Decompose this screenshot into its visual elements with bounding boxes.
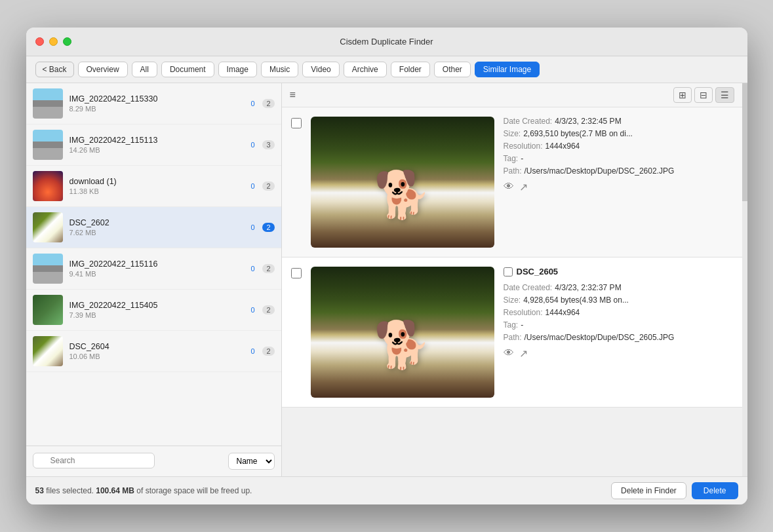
eye-icon-1[interactable]: 👁 xyxy=(504,181,514,193)
view-controls: ⊞ ⊟ ☰ xyxy=(673,87,734,103)
thumbnail xyxy=(33,254,63,284)
scrollbar[interactable] xyxy=(742,83,747,476)
grid-view-button[interactable]: ⊞ xyxy=(673,87,692,103)
badge-count: 2 xyxy=(262,99,274,108)
strip-view-button[interactable]: ⊟ xyxy=(694,87,713,103)
item-size: 10.06 MB xyxy=(69,352,245,360)
list-view-button[interactable]: ☰ xyxy=(715,87,734,103)
external-link-icon-1[interactable]: ↗ xyxy=(519,181,528,193)
badge-zero: 0 xyxy=(250,182,260,190)
thumbnail xyxy=(33,336,63,366)
meta-path-row: Path: /Users/mac/Desktop/Dupe/DSC_2602.J… xyxy=(504,166,733,176)
tag-label-2: Tag: xyxy=(504,320,519,330)
entry-actions-1: 👁 ↗ xyxy=(504,181,733,193)
delete-button[interactable]: Delete xyxy=(692,482,738,499)
badge-zero: 0 xyxy=(250,141,260,149)
filter-list-icon[interactable]: ≡ xyxy=(290,89,296,101)
thumbnail xyxy=(33,171,63,201)
tag-value-2: - xyxy=(521,320,523,330)
badge-zero: 0 xyxy=(250,347,260,355)
badge-zero: 0 xyxy=(250,100,260,107)
status-buttons: Delete in Finder Delete xyxy=(611,482,738,499)
list-item[interactable]: download (1) 11.38 KB 0 2 xyxy=(26,166,281,207)
back-button[interactable]: < Back xyxy=(35,62,74,77)
item-info: DSC_2604 10.06 MB xyxy=(69,342,245,360)
maximize-button[interactable] xyxy=(63,37,71,46)
image-entry: 🐕 Date Created: 4/3/23, 2:32:45 PM Size:… xyxy=(282,107,742,257)
status-text: 53 files selected. 100.64 MB of storage … xyxy=(35,486,252,495)
item-name: DSC_2604 xyxy=(69,342,245,351)
item-size: 9.41 MB xyxy=(69,270,245,278)
list-item[interactable]: IMG_20220422_115405 7.39 MB 0 2 xyxy=(26,290,281,331)
item-info: IMG_20220422_115405 7.39 MB xyxy=(69,301,245,319)
size-value: 2,693,510 bytes(2.7 MB on di... xyxy=(523,129,633,138)
meta-size-row-2: Size: 4,928,654 bytes(4.93 MB on... xyxy=(504,295,733,305)
badge-count: 2 xyxy=(262,223,274,232)
filter-image[interactable]: Image xyxy=(218,62,257,77)
path-label: Path: xyxy=(504,166,522,176)
item-badges: 0 2 xyxy=(250,264,274,273)
tag-value: - xyxy=(521,154,523,163)
entry-image-2: 🐕 xyxy=(311,267,494,398)
entry-checkbox-2[interactable] xyxy=(291,268,302,278)
search-input[interactable] xyxy=(33,453,155,468)
dog-photo-1: 🐕 xyxy=(311,117,494,248)
filter-folder[interactable]: Folder xyxy=(391,62,430,77)
dog-silhouette-1: 🐕 xyxy=(374,168,431,221)
filter-video[interactable]: Video xyxy=(302,62,339,77)
sort-select[interactable]: Name Size Date xyxy=(228,453,275,470)
item-info: IMG_20220422_115113 14.26 MB xyxy=(69,136,245,154)
item-badges: 0 2 xyxy=(250,181,274,191)
item-info: download (1) 11.38 KB xyxy=(69,177,245,195)
filter-overview[interactable]: Overview xyxy=(78,62,128,77)
item-badges: 0 2 xyxy=(250,305,274,314)
path-value-2: /Users/mac/Desktop/Dupe/DSC_2605.JPG xyxy=(525,333,675,342)
item-badges: 0 2 xyxy=(250,347,274,356)
badge-count: 2 xyxy=(262,347,274,356)
item-name: IMG_20220422_115116 xyxy=(69,259,245,269)
badge-zero: 0 xyxy=(250,306,260,314)
external-link-icon-2[interactable]: ↗ xyxy=(519,347,528,360)
item-name: IMG_20220422_115405 xyxy=(69,301,245,310)
entry-filename: DSC_2605 xyxy=(517,267,559,276)
item-name: download (1) xyxy=(69,177,245,186)
list-item-selected[interactable]: DSC_2602 7.62 MB 0 2 xyxy=(26,207,281,248)
scroll-area[interactable]: 🐕 Date Created: 4/3/23, 2:32:45 PM Size:… xyxy=(282,107,742,476)
entry-actions-2: 👁 ↗ xyxy=(504,347,733,360)
path-value: /Users/mac/Desktop/Dupe/DSC_2602.JPG xyxy=(525,166,675,176)
item-badges: 0 3 xyxy=(250,140,274,149)
filter-document[interactable]: Document xyxy=(161,62,214,77)
filter-other[interactable]: Other xyxy=(434,62,471,77)
filter-archive[interactable]: Archive xyxy=(344,62,387,77)
dog-silhouette-2: 🐕 xyxy=(374,318,431,371)
item-size: 7.62 MB xyxy=(69,229,245,237)
badge-count: 2 xyxy=(262,264,274,273)
list-item[interactable]: DSC_2604 10.06 MB 0 2 xyxy=(26,331,281,372)
date-label: Date Created: xyxy=(504,117,553,126)
sidebar-bottom: 🔍 Name Size Date xyxy=(26,446,281,476)
image-entry-2: 🐕 DSC_2605 Date Created: 4/3/23, 2:32:37… xyxy=(282,257,742,408)
delete-in-finder-button[interactable]: Delete in Finder xyxy=(611,482,686,499)
eye-icon-2[interactable]: 👁 xyxy=(504,347,514,360)
titlebar: Cisdem Duplicate Finder xyxy=(26,28,747,56)
filter-music[interactable]: Music xyxy=(261,62,298,77)
filter-all[interactable]: All xyxy=(132,62,157,77)
list-item[interactable]: IMG_20220422_115330 8.29 MB 0 2 xyxy=(26,83,281,124)
entry-name-checkbox[interactable] xyxy=(504,267,513,276)
list-item[interactable]: IMG_20220422_115116 9.41 MB 0 2 xyxy=(26,248,281,290)
size-value-2: 4,928,654 bytes(4.93 MB on... xyxy=(523,295,629,305)
item-info: DSC_2602 7.62 MB xyxy=(69,218,245,237)
minimize-button[interactable] xyxy=(49,37,58,46)
sidebar: IMG_20220422_115330 8.29 MB 0 2 IMG_2022… xyxy=(26,83,282,476)
window-title: Cisdem Duplicate Finder xyxy=(340,37,433,47)
filter-similar-image[interactable]: Similar Image xyxy=(475,62,540,77)
item-badges: 0 2 xyxy=(250,99,274,108)
close-button[interactable] xyxy=(35,37,44,46)
entry-checkbox-1[interactable] xyxy=(291,118,302,128)
main-panel: ≡ ⊞ ⊟ ☰ 🐕 xyxy=(282,83,742,476)
entry-meta-2: DSC_2605 Date Created: 4/3/23, 2:32:37 P… xyxy=(504,267,733,360)
meta-date-row: Date Created: 4/3/23, 2:32:45 PM xyxy=(504,117,733,126)
resolution-value: 1444x964 xyxy=(545,142,580,151)
list-item[interactable]: IMG_20220422_115113 14.26 MB 0 3 xyxy=(26,124,281,166)
item-name: IMG_20220422_115330 xyxy=(69,94,245,104)
